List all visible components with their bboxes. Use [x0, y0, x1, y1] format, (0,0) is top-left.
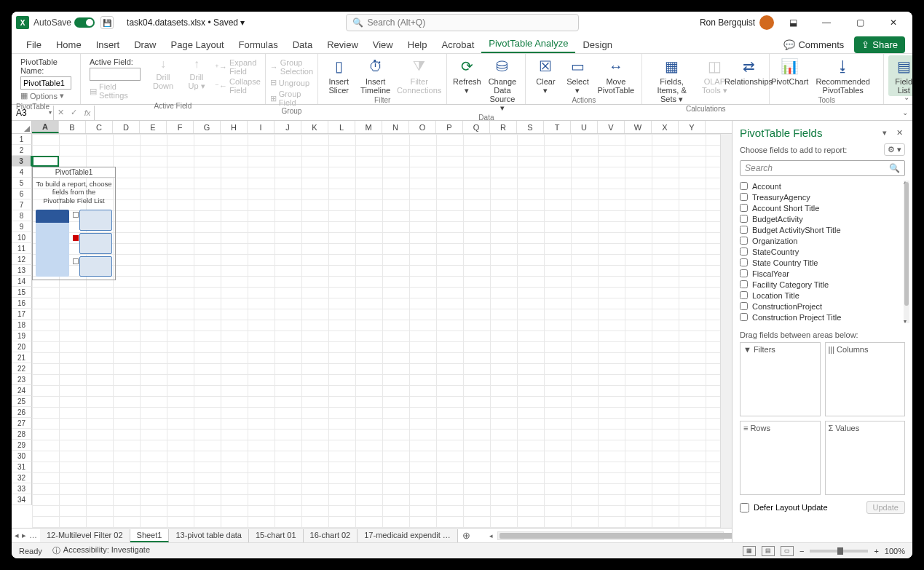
row-header[interactable]: 18	[12, 320, 32, 330]
zoom-slider[interactable]	[810, 550, 868, 553]
maximize-button[interactable]: ▢	[845, 12, 874, 33]
tab-draw[interactable]: Draw	[127, 36, 163, 53]
row-header[interactable]: 32	[12, 472, 32, 483]
field-checkbox[interactable]	[740, 226, 748, 234]
field-item[interactable]: State Country Title	[740, 257, 909, 268]
tab-page-layout[interactable]: Page Layout	[164, 36, 232, 53]
row-header[interactable]: 1	[12, 134, 32, 145]
share-button[interactable]: ⇪Share	[854, 36, 905, 53]
values-area[interactable]: ΣValues	[825, 421, 906, 495]
hscroll-left-icon[interactable]: ◂	[489, 532, 493, 539]
tab-home[interactable]: Home	[49, 36, 89, 53]
zoom-in-button[interactable]: +	[874, 547, 878, 555]
tab-review[interactable]: Review	[320, 36, 366, 53]
tab-acrobat[interactable]: Acrobat	[435, 36, 482, 53]
row-header[interactable]: 16	[12, 298, 32, 309]
scroll-down-icon[interactable]: ▾	[904, 318, 907, 323]
page-layout-view-button[interactable]: ▤	[762, 546, 775, 556]
field-item[interactable]: Account	[740, 181, 909, 191]
row-header[interactable]: 11	[12, 243, 32, 254]
save-icon[interactable]: 💾	[100, 16, 114, 29]
tab-help[interactable]: Help	[400, 36, 435, 53]
move-pivot-button[interactable]: ↔Move PivotTable	[594, 55, 637, 96]
active-field-input[interactable]	[90, 68, 141, 81]
row-header[interactable]: 25	[12, 396, 32, 407]
fields-scrollbar[interactable]: ▴ ▾	[904, 181, 909, 323]
pt-name-input[interactable]	[20, 76, 71, 90]
row-header[interactable]: 5	[12, 178, 32, 189]
zoom-level[interactable]: 100%	[885, 547, 905, 555]
field-checkbox[interactable]	[740, 258, 748, 266]
pivotchart-button[interactable]: 📊PivotChart	[774, 55, 805, 87]
collapse-ribbon-icon[interactable]: ⌄	[904, 93, 909, 101]
field-item[interactable]: ConstructionProject	[740, 301, 909, 312]
row-header[interactable]: 7	[12, 199, 32, 210]
field-checkbox[interactable]	[740, 248, 748, 256]
col-header[interactable]: H	[221, 121, 248, 133]
field-item[interactable]: BudgetActivity	[740, 213, 909, 224]
insert-timeline-button[interactable]: ⏱Insert Timeline	[356, 55, 395, 96]
zoom-out-button[interactable]: −	[799, 547, 804, 555]
row-header[interactable]: 10	[12, 232, 32, 243]
field-item[interactable]: Budget ActivityShort Title	[740, 224, 909, 235]
field-checkbox[interactable]	[740, 269, 748, 277]
filters-area[interactable]: ▼Filters	[740, 342, 821, 416]
options-button[interactable]: ▦Options ▾	[20, 91, 71, 100]
col-header[interactable]: E	[140, 121, 167, 133]
col-header[interactable]: D	[113, 121, 140, 133]
page-break-view-button[interactable]: ▭	[781, 546, 794, 556]
insert-slicer-button[interactable]: ▯Insert Slicer	[323, 55, 355, 96]
tab-formulas[interactable]: Formulas	[232, 36, 285, 53]
tab-data[interactable]: Data	[285, 36, 320, 53]
row-header[interactable]: 19	[12, 330, 32, 341]
field-item[interactable]: StateCountry	[740, 246, 909, 257]
row-header[interactable]: 3	[12, 156, 32, 167]
row-header[interactable]: 22	[12, 363, 32, 374]
sheet-nav-prev[interactable]: ▸	[22, 531, 26, 540]
row-header[interactable]: 8	[12, 210, 32, 221]
minimize-button[interactable]: —	[812, 12, 841, 33]
field-checkbox[interactable]	[740, 237, 748, 245]
col-header[interactable]: T	[544, 121, 571, 133]
col-header[interactable]: M	[355, 121, 382, 133]
col-header[interactable]: G	[194, 121, 221, 133]
gear-icon[interactable]: ⚙ ▾	[884, 143, 905, 156]
tab-pivottable-analyze[interactable]: PivotTable Analyze	[481, 35, 575, 53]
col-header[interactable]: C	[86, 121, 113, 133]
change-data-source-button[interactable]: ⛁Change Data Source ▾	[483, 55, 521, 114]
col-header[interactable]: F	[167, 121, 194, 133]
col-header[interactable]: L	[328, 121, 355, 133]
sheet-tab[interactable]: 16-chart 02	[304, 529, 358, 542]
sheet-nav-more[interactable]: …	[29, 531, 37, 540]
col-header[interactable]: B	[59, 121, 86, 133]
field-item[interactable]: Location Title	[740, 290, 909, 301]
select-all-corner[interactable]	[12, 121, 32, 133]
row-header[interactable]: 26	[12, 407, 32, 418]
avatar[interactable]	[759, 15, 774, 30]
close-button[interactable]: ✕	[879, 12, 908, 33]
row-header[interactable]: 27	[12, 418, 32, 429]
row-header[interactable]: 33	[12, 483, 32, 494]
field-item[interactable]: Organization	[740, 235, 909, 246]
expand-fx-icon[interactable]: ⌄	[898, 108, 912, 116]
field-search-input[interactable]: Search 🔍	[740, 160, 905, 176]
row-header[interactable]: 21	[12, 352, 32, 363]
row-header[interactable]: 34	[12, 494, 32, 505]
defer-update-checkbox[interactable]	[740, 503, 749, 512]
refresh-button[interactable]: ⟳Refresh ▾	[451, 55, 482, 96]
sheet-tab[interactable]: Sheet1	[130, 529, 170, 542]
tab-insert[interactable]: Insert	[89, 36, 127, 53]
sheet-tab[interactable]: 13-pivot table data	[169, 529, 249, 542]
fields-items-sets-button[interactable]: ▦Fields, Items, & Sets ▾	[647, 55, 697, 105]
field-checkbox[interactable]	[740, 182, 748, 190]
field-checkbox[interactable]	[740, 302, 748, 310]
autosave-toggle[interactable]: AutoSave	[33, 17, 95, 28]
sheet-tab[interactable]: 17-medicaid expendit …	[358, 529, 458, 542]
sheet-tab[interactable]: 12-Multilevel Filter 02	[40, 529, 130, 542]
tab-view[interactable]: View	[366, 36, 400, 53]
taskpane-options-icon[interactable]: ▾	[879, 127, 891, 139]
field-checkbox[interactable]	[740, 313, 748, 321]
col-header[interactable]: J	[275, 121, 301, 133]
col-header[interactable]: X	[652, 121, 679, 133]
field-item[interactable]: Account Short Title	[740, 202, 909, 213]
